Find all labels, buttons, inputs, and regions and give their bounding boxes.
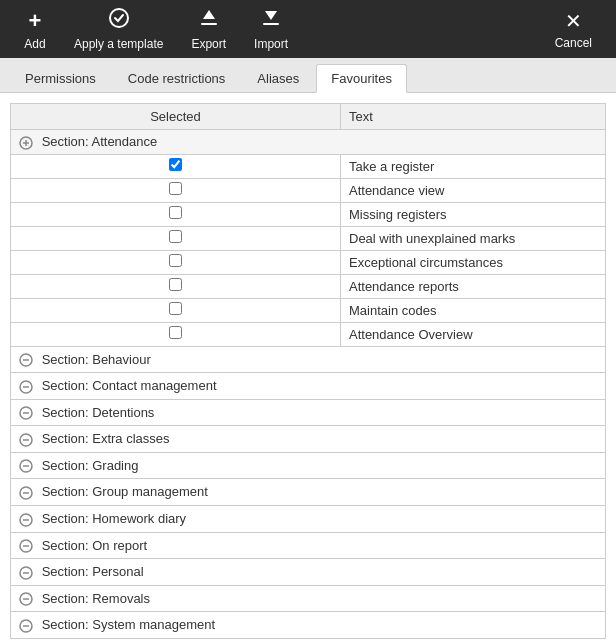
main-content: Selected Text Section: Attendance Take a…: [0, 93, 616, 641]
svg-marker-2: [203, 10, 215, 19]
export-icon: [198, 7, 220, 34]
import-icon: [260, 7, 282, 34]
cancel-button[interactable]: Cancel: [541, 3, 606, 56]
template-icon: [108, 7, 130, 34]
table-row: Attendance Overview: [11, 322, 606, 346]
item-text: Deal with unexplained marks: [341, 226, 606, 250]
table-row: Take a register: [11, 154, 606, 178]
collapse-icon: [19, 405, 37, 420]
section-label: Section: Grading: [42, 458, 139, 473]
add-label: Add: [24, 37, 45, 51]
collapse-icon: [19, 431, 37, 446]
section-label: Section: Behaviour: [42, 352, 151, 367]
item-text: Attendance reports: [341, 274, 606, 298]
tabs: Permissions Code restrictions Aliases Fa…: [0, 58, 616, 93]
section-row-homework-diary[interactable]: Section: Homework diary: [11, 505, 606, 532]
svg-marker-4: [265, 11, 277, 20]
apply-template-button[interactable]: Apply a template: [60, 1, 177, 57]
export-button[interactable]: Export: [177, 1, 240, 57]
section-row-system-management[interactable]: Section: System management: [11, 612, 606, 639]
item-text: Attendance Overview: [341, 322, 606, 346]
svg-rect-3: [263, 23, 279, 25]
item-text: Maintain codes: [341, 298, 606, 322]
section-label: Section: System management: [42, 617, 215, 632]
collapse-icon: [19, 538, 37, 553]
col-header-selected: Selected: [11, 104, 341, 130]
item-checkbox[interactable]: [169, 230, 182, 243]
svg-rect-1: [201, 23, 217, 25]
collapse-icon: [19, 378, 37, 393]
section-label: Section: Attendance: [42, 134, 158, 149]
item-checkbox[interactable]: [169, 158, 182, 171]
item-text: Missing registers: [341, 202, 606, 226]
checkbox-cell[interactable]: [11, 226, 341, 250]
item-checkbox[interactable]: [169, 254, 182, 267]
item-checkbox[interactable]: [169, 206, 182, 219]
checkbox-cell[interactable]: [11, 202, 341, 226]
section-row-removals[interactable]: Section: Removals: [11, 585, 606, 612]
tab-permissions[interactable]: Permissions: [10, 64, 111, 92]
item-text: Take a register: [341, 154, 606, 178]
item-text: Attendance view: [341, 178, 606, 202]
section-row-group-management[interactable]: Section: Group management: [11, 479, 606, 506]
col-header-text: Text: [341, 104, 606, 130]
checkbox-cell[interactable]: [11, 154, 341, 178]
section-label: Section: Contact management: [42, 378, 217, 393]
plus-icon: [29, 8, 42, 34]
checkbox-cell[interactable]: [11, 298, 341, 322]
tab-favourites[interactable]: Favourites: [316, 64, 407, 93]
item-checkbox[interactable]: [169, 302, 182, 315]
collapse-icon: [19, 511, 37, 526]
item-text: Exceptional circumstances: [341, 250, 606, 274]
section-label: Section: Homework diary: [42, 511, 187, 526]
checkbox-cell[interactable]: [11, 274, 341, 298]
tab-code-restrictions[interactable]: Code restrictions: [113, 64, 241, 92]
import-label: Import: [254, 37, 288, 51]
collapse-icon: [19, 617, 37, 632]
section-row-behaviour[interactable]: Section: Behaviour: [11, 346, 606, 373]
import-button[interactable]: Import: [240, 1, 302, 57]
collapse-icon: [19, 458, 37, 473]
cancel-label: Cancel: [555, 36, 592, 50]
template-label: Apply a template: [74, 37, 163, 51]
favourites-table: Selected Text Section: Attendance Take a…: [10, 103, 606, 639]
collapse-icon: [19, 484, 37, 499]
section-row-personal[interactable]: Section: Personal: [11, 559, 606, 586]
section-row-extra-classes[interactable]: Section: Extra classes: [11, 426, 606, 453]
checkbox-cell[interactable]: [11, 250, 341, 274]
section-row-attendance[interactable]: Section: Attendance: [11, 130, 606, 155]
section-label: Section: Personal: [42, 564, 144, 579]
toolbar: Add Apply a template Export Import: [0, 0, 616, 58]
section-label: Section: Detentions: [42, 405, 155, 420]
item-checkbox[interactable]: [169, 182, 182, 195]
section-label: Section: Removals: [42, 591, 150, 606]
add-button[interactable]: Add: [10, 2, 60, 57]
expand-icon: [19, 134, 37, 149]
item-checkbox[interactable]: [169, 278, 182, 291]
section-label: Section: Extra classes: [42, 431, 170, 446]
collapse-icon: [19, 352, 37, 367]
table-row: Exceptional circumstances: [11, 250, 606, 274]
section-row-grading[interactable]: Section: Grading: [11, 452, 606, 479]
section-row-contact-management[interactable]: Section: Contact management: [11, 373, 606, 400]
close-icon: [565, 9, 582, 33]
table-row: Attendance reports: [11, 274, 606, 298]
section-row-on-report[interactable]: Section: On report: [11, 532, 606, 559]
section-row-detentions[interactable]: Section: Detentions: [11, 399, 606, 426]
collapse-icon: [19, 564, 37, 579]
checkbox-cell[interactable]: [11, 322, 341, 346]
export-label: Export: [191, 37, 226, 51]
table-row: Maintain codes: [11, 298, 606, 322]
section-label: Section: On report: [42, 538, 148, 553]
item-checkbox[interactable]: [169, 326, 182, 339]
section-label: Section: Group management: [42, 484, 208, 499]
tab-aliases[interactable]: Aliases: [242, 64, 314, 92]
svg-point-0: [110, 9, 128, 27]
collapse-icon: [19, 591, 37, 606]
table-row: Missing registers: [11, 202, 606, 226]
checkbox-cell[interactable]: [11, 178, 341, 202]
table-row: Attendance view: [11, 178, 606, 202]
table-row: Deal with unexplained marks: [11, 226, 606, 250]
